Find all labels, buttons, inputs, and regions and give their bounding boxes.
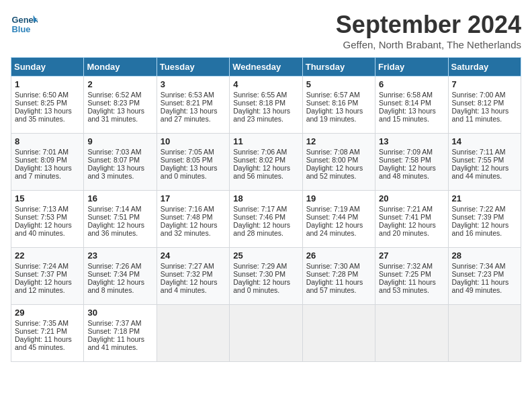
month-title: September 2024 xyxy=(336,11,521,39)
sunset-text: Sunset: 7:41 PM xyxy=(379,213,444,221)
calendar-header-saturday: Saturday xyxy=(448,58,521,77)
calendar-cell: 26Sunrise: 7:30 AMSunset: 7:28 PMDayligh… xyxy=(302,248,375,305)
sunset-text: Sunset: 7:58 PM xyxy=(379,156,444,164)
day-number: 21 xyxy=(452,193,517,203)
calendar-header-row: SundayMondayTuesdayWednesdayThursdayFrid… xyxy=(11,58,521,77)
calendar-cell: 12Sunrise: 7:08 AMSunset: 8:00 PMDayligh… xyxy=(302,134,375,191)
sunrise-text: Sunrise: 6:57 AM xyxy=(306,91,371,99)
day-number: 5 xyxy=(306,79,371,89)
calendar-cell: 17Sunrise: 7:16 AMSunset: 7:48 PMDayligh… xyxy=(157,191,229,248)
day-number: 10 xyxy=(161,136,226,146)
daylight-text: Daylight: 12 hours and 52 minutes. xyxy=(306,164,371,180)
sunset-text: Sunset: 7:55 PM xyxy=(452,156,517,164)
sunrise-text: Sunrise: 6:55 AM xyxy=(233,91,298,99)
day-number: 22 xyxy=(15,250,80,261)
sunrise-text: Sunrise: 7:03 AM xyxy=(87,148,152,156)
sunset-text: Sunset: 8:02 PM xyxy=(233,156,298,164)
calendar-week-row: 29Sunrise: 7:35 AMSunset: 7:21 PMDayligh… xyxy=(11,305,521,362)
sunset-text: Sunset: 8:25 PM xyxy=(15,99,80,107)
calendar-cell: 20Sunrise: 7:21 AMSunset: 7:41 PMDayligh… xyxy=(375,191,448,248)
calendar-cell: 24Sunrise: 7:27 AMSunset: 7:32 PMDayligh… xyxy=(157,248,229,305)
sunset-text: Sunset: 8:07 PM xyxy=(87,156,152,164)
day-number: 20 xyxy=(379,193,444,203)
sunset-text: Sunset: 7:18 PM xyxy=(87,327,152,335)
calendar-week-row: 22Sunrise: 7:24 AMSunset: 7:37 PMDayligh… xyxy=(11,248,521,305)
sunrise-text: Sunrise: 7:13 AM xyxy=(15,205,80,213)
day-number: 29 xyxy=(15,308,80,318)
sunrise-text: Sunrise: 7:37 AM xyxy=(87,319,152,327)
day-number: 15 xyxy=(15,193,80,203)
daylight-text: Daylight: 13 hours and 31 minutes. xyxy=(87,107,152,123)
sunset-text: Sunset: 7:39 PM xyxy=(452,213,517,221)
daylight-text: Daylight: 12 hours and 0 minutes. xyxy=(233,278,298,294)
svg-text:Blue: Blue xyxy=(12,24,31,34)
sunrise-text: Sunrise: 7:06 AM xyxy=(233,148,298,156)
sunset-text: Sunset: 8:12 PM xyxy=(452,99,517,107)
day-number: 30 xyxy=(87,308,152,318)
sunset-text: Sunset: 8:05 PM xyxy=(161,156,226,164)
day-number: 6 xyxy=(379,79,444,89)
calendar-body: 1Sunrise: 6:50 AMSunset: 8:25 PMDaylight… xyxy=(11,77,521,362)
sunrise-text: Sunrise: 7:27 AM xyxy=(161,262,226,270)
calendar-cell xyxy=(302,305,375,362)
sunrise-text: Sunrise: 7:34 AM xyxy=(452,262,517,270)
sunrise-text: Sunrise: 6:53 AM xyxy=(161,91,226,99)
sunset-text: Sunset: 8:16 PM xyxy=(306,99,371,107)
sunset-text: Sunset: 7:21 PM xyxy=(15,327,80,335)
daylight-text: Daylight: 13 hours and 35 minutes. xyxy=(15,107,80,123)
location-subtitle: Geffen, North Brabant, The Netherlands xyxy=(336,39,521,50)
calendar-cell: 7Sunrise: 7:00 AMSunset: 8:12 PMDaylight… xyxy=(448,77,521,134)
daylight-text: Daylight: 12 hours and 28 minutes. xyxy=(233,221,298,237)
calendar-table: SundayMondayTuesdayWednesdayThursdayFrid… xyxy=(11,57,521,362)
calendar-week-row: 1Sunrise: 6:50 AMSunset: 8:25 PMDaylight… xyxy=(11,77,521,134)
sunrise-text: Sunrise: 7:32 AM xyxy=(379,262,444,270)
calendar-cell xyxy=(448,305,521,362)
calendar-cell: 25Sunrise: 7:29 AMSunset: 7:30 PMDayligh… xyxy=(230,248,302,305)
sunset-text: Sunset: 8:21 PM xyxy=(161,99,226,107)
day-number: 9 xyxy=(87,136,152,146)
daylight-text: Daylight: 12 hours and 44 minutes. xyxy=(452,164,517,180)
sunrise-text: Sunrise: 7:01 AM xyxy=(15,148,80,156)
sunset-text: Sunset: 7:30 PM xyxy=(233,270,298,278)
sunset-text: Sunset: 7:44 PM xyxy=(306,213,371,221)
sunset-text: Sunset: 7:34 PM xyxy=(87,270,152,278)
calendar-cell: 22Sunrise: 7:24 AMSunset: 7:37 PMDayligh… xyxy=(11,248,84,305)
sunrise-text: Sunrise: 7:09 AM xyxy=(379,148,444,156)
calendar-cell: 8Sunrise: 7:01 AMSunset: 8:09 PMDaylight… xyxy=(11,134,84,191)
day-number: 3 xyxy=(161,79,226,89)
calendar-cell: 18Sunrise: 7:17 AMSunset: 7:46 PMDayligh… xyxy=(230,191,302,248)
daylight-text: Daylight: 12 hours and 36 minutes. xyxy=(87,221,152,237)
day-number: 2 xyxy=(87,79,152,89)
sunrise-text: Sunrise: 7:08 AM xyxy=(306,148,371,156)
calendar-cell: 11Sunrise: 7:06 AMSunset: 8:02 PMDayligh… xyxy=(230,134,302,191)
day-number: 17 xyxy=(161,193,226,203)
sunrise-text: Sunrise: 6:58 AM xyxy=(379,91,444,99)
logo: General Blue xyxy=(11,11,40,38)
day-number: 12 xyxy=(306,136,371,146)
daylight-text: Daylight: 13 hours and 15 minutes. xyxy=(379,107,444,123)
daylight-text: Daylight: 12 hours and 4 minutes. xyxy=(161,278,226,294)
sunset-text: Sunset: 7:28 PM xyxy=(306,270,371,278)
daylight-text: Daylight: 12 hours and 8 minutes. xyxy=(87,278,152,294)
calendar-cell: 4Sunrise: 6:55 AMSunset: 8:18 PMDaylight… xyxy=(230,77,302,134)
sunset-text: Sunset: 8:00 PM xyxy=(306,156,371,164)
calendar-cell xyxy=(375,305,448,362)
sunrise-text: Sunrise: 7:17 AM xyxy=(233,205,298,213)
daylight-text: Daylight: 13 hours and 23 minutes. xyxy=(233,107,298,123)
sunset-text: Sunset: 7:23 PM xyxy=(452,270,517,278)
daylight-text: Daylight: 13 hours and 7 minutes. xyxy=(15,164,80,180)
calendar-cell: 29Sunrise: 7:35 AMSunset: 7:21 PMDayligh… xyxy=(11,305,84,362)
day-number: 4 xyxy=(233,79,298,89)
sunrise-text: Sunrise: 7:30 AM xyxy=(306,262,371,270)
calendar-header-monday: Monday xyxy=(84,58,157,77)
sunrise-text: Sunrise: 7:29 AM xyxy=(233,262,298,270)
sunrise-text: Sunrise: 7:21 AM xyxy=(379,205,444,213)
daylight-text: Daylight: 12 hours and 24 minutes. xyxy=(306,221,371,237)
day-number: 16 xyxy=(87,193,152,203)
calendar-header-thursday: Thursday xyxy=(302,58,375,77)
sunset-text: Sunset: 8:18 PM xyxy=(233,99,298,107)
sunset-text: Sunset: 8:23 PM xyxy=(87,99,152,107)
calendar-cell: 16Sunrise: 7:14 AMSunset: 7:51 PMDayligh… xyxy=(84,191,157,248)
day-number: 7 xyxy=(452,79,517,89)
daylight-text: Daylight: 12 hours and 12 minutes. xyxy=(15,278,80,294)
